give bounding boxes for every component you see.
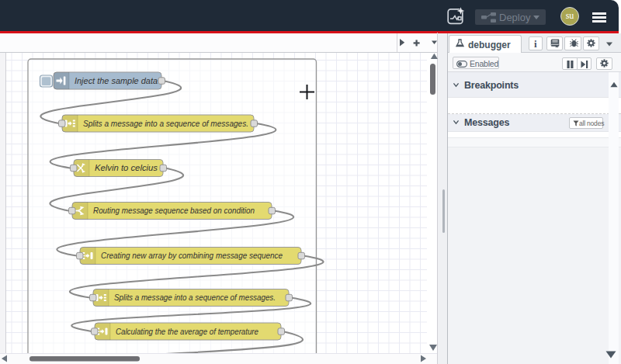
- svg-text:Splits a message into a sequen: Splits a message into a sequence of mess…: [114, 293, 276, 302]
- svg-text:Calculating the the average of: Calculating the the average of temperatu…: [116, 327, 258, 336]
- svg-text:Creating new array by combinin: Creating new array by combining message …: [101, 251, 283, 260]
- svg-text:Inject the sample data: Inject the sample data: [75, 76, 158, 85]
- svg-text:Routing message sequence based: Routing message sequence based on condit…: [93, 206, 255, 215]
- svg-text:Kelvin to celcius: Kelvin to celcius: [95, 163, 158, 172]
- svg-text:Splits a message into a sequen: Splits a message into a sequence of mess…: [83, 119, 248, 128]
